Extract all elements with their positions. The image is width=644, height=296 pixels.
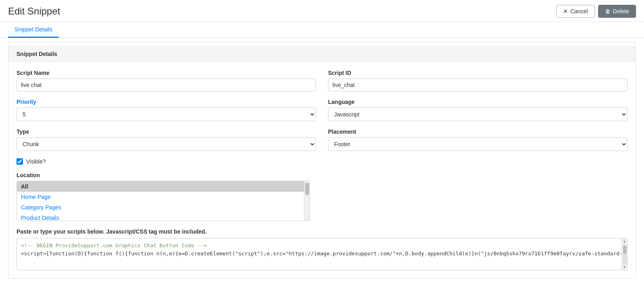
type-label: Type: [17, 128, 316, 135]
visible-label: Visible?: [26, 158, 46, 165]
script-name-label: Script Name: [17, 70, 316, 76]
type-select[interactable]: Chunk Block Inline: [17, 137, 316, 151]
cancel-button[interactable]: ✕ Cancel: [556, 5, 595, 18]
placement-label: Placement: [328, 128, 627, 135]
language-select[interactable]: Javascript CSS HTML: [328, 108, 627, 121]
script-scrollbar: ▲ ▼: [621, 238, 627, 270]
location-scroll-thumb: [305, 183, 309, 195]
section-container: Snippet Details Script Name Script ID Pr…: [8, 42, 636, 279]
page-title: Edit Snippet: [8, 6, 60, 17]
section-title: Snippet Details: [8, 46, 636, 62]
group-language: Language Javascript CSS HTML: [328, 99, 627, 121]
scroll-down-arrow[interactable]: ▼: [623, 265, 627, 269]
script-id-input[interactable]: [328, 79, 627, 91]
group-script-id: Script ID: [328, 70, 627, 91]
scroll-track: [623, 244, 627, 264]
form-content: Script Name Script ID Priority 5 1 2 3 4…: [8, 62, 636, 278]
trash-icon: 🗑: [605, 8, 611, 14]
row-priority-language: Priority 5 1 2 3 4 6 7 8 9 10 Language J…: [17, 99, 627, 121]
visible-checkbox[interactable]: [17, 158, 23, 165]
script-name-input[interactable]: [17, 79, 316, 91]
cancel-icon: ✕: [563, 8, 568, 14]
location-group: Location All Home Page Category Pages Pr…: [17, 172, 627, 221]
delete-button[interactable]: 🗑 Delete: [598, 5, 636, 18]
group-priority: Priority 5 1 2 3 4 6 7 8 9 10: [17, 99, 316, 121]
placement-select[interactable]: Footer Header Body: [328, 137, 627, 151]
page-header: Edit Snippet ✕ Cancel 🗑 Delete: [0, 0, 644, 22]
priority-select[interactable]: 5 1 2 3 4 6 7 8 9 10: [17, 108, 316, 121]
list-item-all[interactable]: All: [17, 181, 304, 192]
row-script-name-id: Script Name Script ID: [17, 70, 627, 91]
tab-snippet-details[interactable]: Snippet Details: [8, 22, 59, 38]
language-label: Language: [328, 99, 627, 105]
location-listbox-wrap: All Home Page Category Pages Product Det…: [17, 181, 310, 221]
group-placement: Placement Footer Header Body: [328, 128, 627, 151]
tabs-bar: Snippet Details: [0, 22, 644, 38]
location-list-inner: All Home Page Category Pages Product Det…: [17, 181, 304, 221]
location-scrollbar: [304, 181, 310, 221]
priority-label: Priority: [17, 99, 316, 105]
script-id-label: Script ID: [328, 70, 627, 76]
location-label: Location: [17, 172, 627, 178]
script-textarea-wrap: <!-- BEGIN ProvideSupport.com Graphics C…: [17, 238, 627, 270]
visible-row: Visible?: [17, 158, 627, 165]
group-script-name: Script Name: [17, 70, 316, 91]
row-type-placement: Type Chunk Block Inline Placement Footer…: [17, 128, 627, 151]
group-type: Type Chunk Block Inline: [17, 128, 316, 151]
list-item-product[interactable]: Product Details: [17, 213, 304, 221]
list-item-category[interactable]: Category Pages: [17, 202, 304, 213]
list-item-home[interactable]: Home Page: [17, 192, 304, 202]
script-code-display: <!-- BEGIN ProvideSupport.com Graphics C…: [17, 238, 621, 270]
scroll-thumb: [623, 246, 626, 254]
scroll-up-arrow[interactable]: ▲: [623, 239, 627, 243]
paste-label: Paste or type your scripts below. Javasc…: [17, 228, 627, 235]
header-buttons: ✕ Cancel 🗑 Delete: [556, 5, 636, 18]
